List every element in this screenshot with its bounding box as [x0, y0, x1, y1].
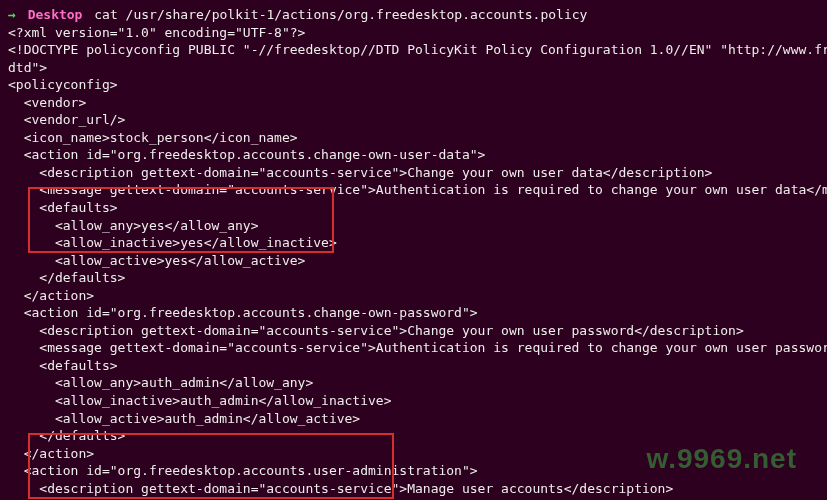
policyconfig-open: <policyconfig> [8, 77, 118, 92]
action2-message: <message gettext-domain="accounts-servic… [8, 340, 827, 355]
action-user-administration-open: <action id="org.freedesktop.accounts.use… [8, 463, 478, 478]
prompt-arrow-icon: → [8, 7, 16, 22]
prompt-command: cat /usr/share/polkit-1/actions/org.free… [94, 7, 587, 22]
action1-defaults-open: <defaults> [8, 200, 118, 215]
terminal-prompt-line[interactable]: → Desktop cat /usr/share/polkit-1/action… [8, 6, 819, 24]
action2-allow-any: <allow_any>auth_admin</allow_any> [8, 375, 313, 390]
action1-message: <message gettext-domain="accounts-servic… [8, 182, 827, 197]
action1-close: </action> [8, 288, 94, 303]
file-output[interactable]: <?xml version="1.0" encoding="UTF-8"?> <… [8, 24, 819, 500]
action-change-own-user-data-open: <action id="org.freedesktop.accounts.cha… [8, 147, 485, 162]
action2-allow-active: <allow_active>auth_admin</allow_active> [8, 411, 360, 426]
action-change-own-password-open: <action id="org.freedesktop.accounts.cha… [8, 305, 478, 320]
action2-description: <description gettext-domain="accounts-se… [8, 323, 744, 338]
vendor-url-tag: <vendor_url/> [8, 112, 125, 127]
action3-description: <description gettext-domain="accounts-se… [8, 481, 673, 496]
action1-allow-any: <allow_any>yes</allow_any> [8, 218, 258, 233]
doctype-line-wrap: dtd"> [8, 60, 47, 75]
action2-allow-inactive: <allow_inactive>auth_admin</allow_inacti… [8, 393, 392, 408]
action2-defaults-close: </defaults> [8, 428, 125, 443]
action2-defaults-open: <defaults> [8, 358, 118, 373]
action1-allow-active: <allow_active>yes</allow_active> [8, 253, 305, 268]
doctype-line: <!DOCTYPE policyconfig PUBLIC "-//freede… [8, 42, 827, 57]
action2-close: </action> [8, 446, 94, 461]
action1-defaults-close: </defaults> [8, 270, 125, 285]
xml-declaration: <?xml version="1.0" encoding="UTF-8"?> [8, 25, 305, 40]
prompt-host: Desktop [28, 7, 83, 22]
icon-name-tag: <icon_name>stock_person</icon_name> [8, 130, 298, 145]
action1-allow-inactive: <allow_inactive>yes</allow_inactive> [8, 235, 337, 250]
action1-description: <description gettext-domain="accounts-se… [8, 165, 712, 180]
vendor-tag: <vendor> [8, 95, 86, 110]
